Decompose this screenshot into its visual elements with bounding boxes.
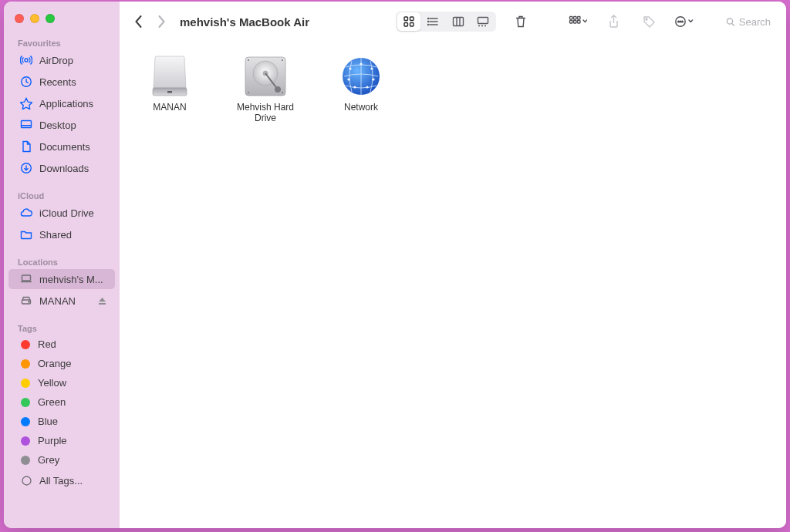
sidebar-tag-yellow[interactable]: Yellow [8,374,115,392]
svg-point-41 [360,62,362,65]
section-locations-label: Locations [4,254,120,268]
sidebar-item-label: Blue [38,416,109,427]
search-field[interactable]: Search [720,14,777,30]
section-favourites-label: Favourites [4,35,120,49]
sidebar-tag-grey[interactable]: Grey [8,451,115,469]
sidebar-item-label: All Tags... [39,475,109,487]
sidebar-tag-blue[interactable]: Blue [8,412,115,430]
svg-point-27 [682,21,684,22]
svg-point-35 [248,59,249,61]
sidebar-item-downloads[interactable]: Downloads [8,158,115,178]
icloud-icon [19,206,33,220]
sidebar-item-recents[interactable]: Recents [8,72,115,92]
section-icloud-label: iCloud [4,188,120,202]
network-globe-icon [336,56,386,97]
sidebar-item-label: Grey [38,454,109,466]
share-button[interactable] [603,11,624,32]
downloads-icon [19,161,33,175]
tag-dot-icon [21,359,30,369]
svg-point-12 [428,19,429,19]
tag-dot-icon [21,417,30,426]
sidebar-item-label: AirDrop [39,55,109,66]
window-controls [4,9,120,35]
svg-rect-11 [410,23,414,27]
sidebar-item-shared[interactable]: Shared [8,224,115,244]
sidebar-tag-red[interactable]: Red [8,335,115,353]
sidebar-item-applications[interactable]: Applications [8,93,115,113]
svg-point-0 [25,59,28,62]
svg-point-13 [428,22,429,22]
internal-drive-icon [241,56,290,97]
tag-dot-icon [21,398,30,407]
sidebar-all-tags[interactable]: All Tags... [8,470,115,490]
sidebar-item-label: Downloads [39,163,109,174]
laptop-icon [19,272,33,286]
svg-rect-21 [574,21,577,24]
sidebar-tag-purple[interactable]: Purple [8,432,115,450]
fullscreen-button[interactable] [46,14,55,23]
minimize-button[interactable] [30,14,39,23]
group-menu-button[interactable] [567,11,589,32]
tag-dot-icon [21,379,30,388]
icon-view-button[interactable] [397,12,420,31]
item-label: Network [344,102,378,113]
all-tags-icon [19,473,33,487]
sidebar-item-label: Documents [39,141,109,153]
close-button[interactable] [15,14,24,23]
sidebar-item-icloud-drive[interactable]: iCloud Drive [8,203,115,223]
svg-rect-9 [410,17,414,21]
drive-item-external[interactable]: MANAN [135,56,204,113]
svg-point-45 [353,86,356,88]
back-button[interactable] [129,11,147,32]
svg-point-46 [366,86,368,88]
svg-point-43 [347,78,349,80]
sidebar-item-documents[interactable]: Documents [8,136,115,157]
svg-rect-16 [478,18,488,24]
sidebar-item-label: Orange [38,358,109,369]
sidebar-item-label: Green [38,396,109,408]
sidebar-tag-orange[interactable]: Orange [8,355,115,372]
svg-point-7 [22,476,31,485]
window-title: mehvish's MacBook Air [180,15,309,29]
gallery-view-button[interactable] [471,12,495,31]
svg-point-23 [646,19,647,20]
sidebar-item-label: mehvish's M... [39,274,109,285]
sidebar-item-this-mac[interactable]: mehvish's M... [8,269,115,289]
item-label: Mehvish Hard Drive [231,102,300,124]
sidebar-item-label: Desktop [39,120,109,131]
apps-icon [19,96,33,110]
trash-button[interactable] [510,11,532,32]
documents-icon [19,140,33,153]
sidebar-tag-green[interactable]: Green [8,393,115,411]
svg-rect-22 [578,21,581,24]
sidebar-item-label: Red [38,338,109,350]
svg-rect-8 [404,17,408,21]
sidebar: Favourites AirDrop Recents Applications … [4,2,120,528]
svg-rect-4 [22,275,31,281]
more-actions-button[interactable] [674,11,695,32]
svg-rect-17 [570,17,573,20]
sidebar-item-label: Recents [39,76,109,88]
search-icon [726,17,735,27]
svg-point-38 [282,92,283,93]
network-item[interactable]: Network [326,56,396,113]
svg-rect-30 [167,91,172,93]
list-view-button[interactable] [422,12,445,31]
sidebar-item-label: Yellow [38,377,109,389]
svg-point-37 [248,92,249,93]
sidebar-item-label: Purple [38,435,109,446]
svg-point-42 [370,67,373,69]
forward-button[interactable] [152,11,170,32]
sidebar-item-external-disk[interactable]: MANAN [8,291,115,311]
sidebar-item-airdrop[interactable]: AirDrop [8,50,115,70]
svg-point-44 [372,78,374,80]
tag-dot-icon [21,436,30,446]
drive-item-internal[interactable]: Mehvish Hard Drive [231,56,300,124]
svg-point-28 [727,18,732,23]
column-view-button[interactable] [447,12,470,31]
sidebar-item-desktop[interactable]: Desktop [8,115,115,135]
main-area: mehvish's MacBook Air [120,2,786,528]
svg-point-14 [428,25,429,25]
eject-icon[interactable] [97,296,107,306]
tags-button[interactable] [638,11,660,32]
